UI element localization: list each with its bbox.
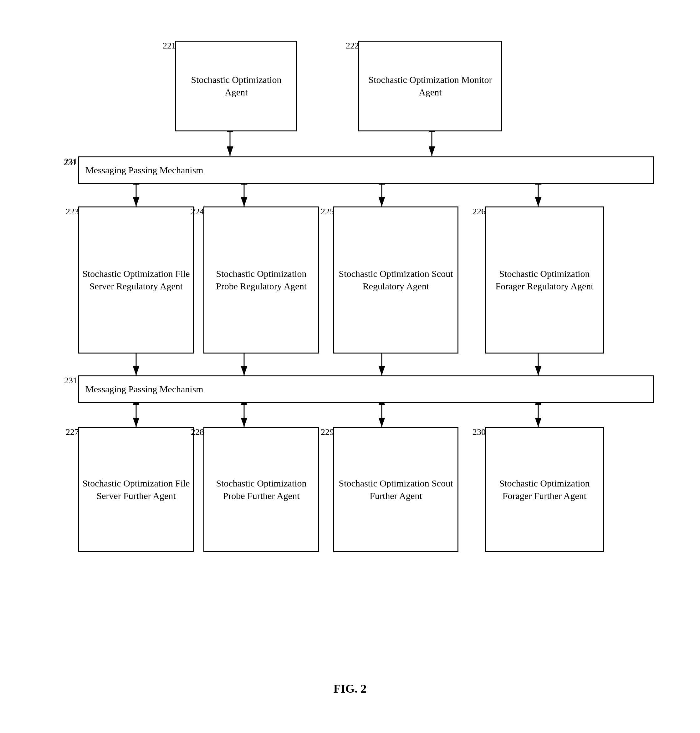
label-221: 221	[163, 41, 176, 51]
label-223: 223	[66, 207, 79, 216]
node-222: Stochastic Optimization Monitor Agent	[358, 41, 502, 131]
node-226-text: Stochastic Optimization Forager Regulato…	[489, 267, 600, 293]
node-226: Stochastic Optimization Forager Regulato…	[485, 207, 604, 354]
label-224: 224	[191, 207, 204, 216]
node-221-text: Stochastic Optimization Agent	[179, 73, 293, 99]
node-223-text: Stochastic Optimization File Server Regu…	[82, 267, 190, 293]
mech-bar-2: Messaging Passing Mechanism	[78, 375, 654, 403]
node-221: Stochastic Optimization Agent	[175, 41, 297, 131]
arrows-svg	[0, 0, 700, 733]
node-228: Stochastic Optimization Probe Further Ag…	[203, 427, 319, 552]
figure-caption: FIG. 2	[0, 682, 700, 695]
label-222: 222	[346, 41, 359, 51]
mech2-text: Messaging Passing Mechanism	[85, 384, 203, 395]
label-mech1: 231	[64, 156, 77, 166]
node-223: Stochastic Optimization File Server Regu…	[78, 207, 194, 354]
node-224: Stochastic Optimization Probe Regulatory…	[203, 207, 319, 354]
label-229: 229	[321, 427, 334, 437]
node-230: Stochastic Optimization Forager Further …	[485, 427, 604, 552]
node-229: Stochastic Optimization Scout Further Ag…	[333, 427, 459, 552]
node-224-text: Stochastic Optimization Probe Regulatory…	[207, 267, 315, 293]
label-225: 225	[321, 207, 334, 216]
node-227: Stochastic Optimization File Server Furt…	[78, 427, 194, 552]
label-mech2: 231	[64, 375, 77, 385]
diagram: Stochastic Optimization Agent 221 Stocha…	[0, 0, 700, 733]
node-227-text: Stochastic Optimization File Server Furt…	[82, 477, 190, 502]
node-229-text: Stochastic Optimization Scout Further Ag…	[337, 477, 454, 502]
node-225-text: Stochastic Optimization Scout Regulatory…	[337, 267, 454, 293]
node-222-text: Stochastic Optimization Monitor Agent	[362, 73, 498, 99]
node-228-text: Stochastic Optimization Probe Further Ag…	[207, 477, 315, 502]
node-230-text: Stochastic Optimization Forager Further …	[489, 477, 600, 502]
label-230: 230	[472, 427, 486, 437]
mech1-text: Messaging Passing Mechanism	[85, 165, 203, 175]
mech-bar-1: 231 Messaging Passing Mechanism	[78, 156, 654, 184]
label-227: 227	[66, 427, 79, 437]
label-226: 226	[472, 207, 486, 216]
label-228: 228	[191, 427, 204, 437]
node-225: Stochastic Optimization Scout Regulatory…	[333, 207, 459, 354]
fig-caption-text: FIG. 2	[334, 682, 367, 695]
